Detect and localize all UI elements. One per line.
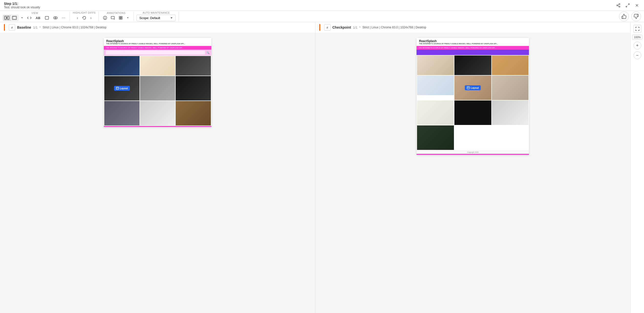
baseline-body: ReactSplash THE INTERNET'S SOURCE OF FRE…: [0, 33, 315, 313]
code-view-button[interactable]: [26, 15, 33, 21]
view-group: VIEW AB: [3, 12, 67, 21]
auto-maintenance-label: AUTO MAINTENANCE: [143, 12, 170, 14]
checkpoint-cell-9: [492, 101, 529, 125]
more-options-button[interactable]: ⋯: [60, 15, 67, 21]
svg-marker-27: [170, 17, 172, 19]
annotation-dropdown-button[interactable]: [125, 16, 130, 20]
refresh-diff-button[interactable]: [80, 15, 88, 21]
eye-button[interactable]: [52, 15, 59, 21]
checkpoint-title: Checkpoint: [332, 26, 351, 29]
highlight-controls: ‹ ›: [76, 15, 93, 21]
highlight-label: HIGHLIGHT DIFFS: [73, 12, 96, 14]
checkpoint-header: ≠ Checkpoint 1/1 * Strict | Linux | Chro…: [316, 22, 630, 33]
baseline-cell-2: [140, 56, 175, 76]
checkpoint-cell-3: [492, 56, 529, 75]
svg-point-17: [54, 17, 58, 19]
share-button[interactable]: [615, 2, 622, 9]
svg-line-3: [618, 6, 619, 6]
overlay-view-button[interactable]: [11, 15, 18, 21]
thumb-buttons: [616, 12, 641, 21]
svg-rect-23: [121, 16, 122, 18]
svg-rect-24: [119, 18, 120, 19]
highlight-group: HIGHLIGHT DIFFS ‹ ›: [73, 12, 96, 21]
baseline-header: ≠ Baseline 1/1 * Strict | Linux | Chrome…: [0, 22, 315, 33]
checkpoint-screenshot: ReactSplash THE INTERNET'S SOURCE OF FRE…: [416, 38, 529, 155]
baseline-rs-search-icon: 🔍: [206, 51, 209, 54]
svg-rect-9: [5, 16, 6, 20]
auto-maintenance-group: AUTO MAINTENANCE Scope: Default: [136, 12, 176, 21]
checkpoint-fraction: 1/1 *: [353, 26, 360, 29]
next-diff-button[interactable]: ›: [89, 15, 93, 21]
toolbar: VIEW AB: [0, 11, 644, 22]
ab-view-button[interactable]: AB: [34, 15, 42, 21]
side-by-side-view-button[interactable]: [3, 15, 11, 21]
svg-rect-25: [121, 18, 122, 19]
auto-maintenance-controls: Scope: Default: [136, 15, 176, 21]
baseline-cell-4: Layout: [104, 76, 140, 101]
comment-annotation-button[interactable]: [110, 15, 116, 21]
top-bar: Step 1/1: Test: should look ok visually: [0, 0, 644, 11]
svg-rect-22: [119, 16, 120, 18]
thumbs-up-button[interactable]: [619, 12, 629, 21]
baseline-cell-3: [176, 56, 211, 76]
zoom-level-display[interactable]: 100%: [632, 35, 642, 40]
checkpoint-neq-badge[interactable]: ≠: [324, 24, 330, 31]
prev-diff-button[interactable]: ‹: [76, 15, 80, 21]
checkpoint-diff-indicator: [319, 24, 320, 31]
svg-point-18: [55, 17, 56, 19]
alert-annotation-button[interactable]: [102, 15, 108, 21]
checkpoint-rs-purplebar: [416, 50, 529, 55]
checkpoint-rs-footer: Copyright 2020: [416, 150, 529, 154]
thumbs-down-button[interactable]: [631, 12, 641, 21]
region-annotation-button[interactable]: [117, 15, 124, 21]
checkpoint-body: ReactSplash THE INTERNET'S SOURCE OF FRE…: [316, 33, 630, 313]
baseline-panel: ≠ Baseline 1/1 * Strict | Linux | Chrome…: [0, 22, 315, 313]
baseline-cell-1: [104, 56, 140, 76]
checkpoint-rs-pinkbar: THE INTERNET'S SOURCE OF FREELY USABLE I…: [416, 46, 529, 50]
view-toggle: [3, 15, 18, 21]
annotations-group: ANNOTATIONS: [102, 12, 130, 21]
svg-line-4: [618, 4, 619, 5]
close-button[interactable]: [634, 2, 640, 9]
checkpoint-layout-badge: Layout: [465, 85, 481, 90]
top-bar-left: Step 1/1: Test: should look ok visually: [4, 2, 40, 9]
checkpoint-panel: ≠ Checkpoint 1/1 * Strict | Linux | Chro…: [315, 22, 630, 313]
svg-rect-30: [467, 87, 470, 89]
svg-point-2: [619, 6, 620, 7]
checkpoint-cell-4: [417, 76, 454, 95]
svg-rect-16: [45, 16, 48, 19]
baseline-neq-badge[interactable]: ≠: [9, 24, 15, 31]
step-title: Step 1/1:: [4, 2, 40, 6]
scope-label: Scope: Default: [139, 16, 160, 20]
svg-text:AB: AB: [36, 16, 40, 20]
baseline-meta: Strict | Linux | Chrome 83.0 | 1024x768 …: [42, 26, 106, 29]
checkpoint-cell-5: Layout: [454, 76, 491, 100]
baseline-rs-search-input[interactable]: [106, 51, 205, 55]
annotations-controls: [102, 15, 130, 21]
zoom-out-button[interactable]: −: [634, 51, 641, 59]
baseline-cell-8: [140, 101, 175, 125]
checkpoint-cell-1: [417, 56, 454, 75]
view-label: VIEW: [32, 12, 38, 15]
svg-marker-14: [21, 17, 23, 18]
baseline-rs-grid: Layout: [104, 56, 211, 126]
view-dropdown-button[interactable]: [19, 16, 25, 20]
baseline-rs-logo: ReactSplash THE INTERNET'S SOURCE OF FRE…: [106, 39, 185, 45]
toolbar-annotations-section: ANNOTATIONS: [99, 12, 134, 21]
svg-rect-28: [116, 87, 118, 90]
checkpoint-cell-2: [454, 56, 491, 75]
toolbar-auto-maintenance-section: AUTO MAINTENANCE Scope: Default: [134, 12, 179, 21]
baseline-fraction: 1/1 *: [33, 26, 41, 29]
baseline-cell-9: [176, 101, 211, 125]
fit-screen-button[interactable]: [634, 25, 641, 33]
checkpoint-rs-logo: ReactSplash THE INTERNET'S SOURCE OF FRE…: [419, 39, 498, 45]
crop-button[interactable]: [43, 15, 50, 21]
toolbar-highlight-section: HIGHLIGHT DIFFS ‹ ›: [70, 12, 99, 21]
checkpoint-rs-footer-pink: [416, 154, 529, 155]
svg-marker-26: [127, 17, 128, 18]
fullscreen-button[interactable]: [624, 2, 631, 9]
scope-dropdown-button[interactable]: Scope: Default: [136, 15, 176, 21]
view-controls: AB ⋯: [3, 15, 67, 21]
baseline-title: Baseline: [17, 26, 31, 29]
zoom-in-button[interactable]: +: [634, 42, 641, 49]
